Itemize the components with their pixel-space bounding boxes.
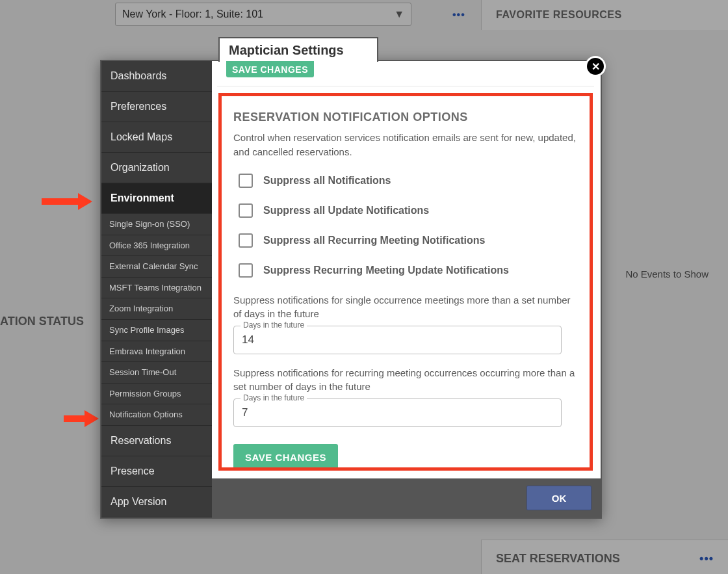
notification-options-panel: RESERVATION NOTIFICATION OPTIONS Control… bbox=[218, 93, 593, 471]
checkbox-label: Suppress all Recurring Meeting Notificat… bbox=[263, 235, 485, 246]
field-single-occurrence: Suppress notifications for single occurr… bbox=[233, 293, 578, 354]
annotation-arrow-environment bbox=[42, 193, 92, 210]
checkbox-row-suppress-recurring-update: Suppress Recurring Meeting Update Notifi… bbox=[239, 263, 578, 278]
checkbox-row-suppress-recurring: Suppress all Recurring Meeting Notificat… bbox=[239, 233, 578, 248]
sidebar-sub-msft-teams[interactable]: MSFT Teams Integration bbox=[101, 278, 212, 299]
sidebar-item-presence[interactable]: Presence bbox=[101, 456, 212, 487]
checkbox-suppress-all[interactable] bbox=[239, 174, 253, 188]
sidebar-item-dashboards[interactable]: Dashboards bbox=[101, 61, 212, 92]
save-changes-top-button[interactable]: SAVE CHANGES bbox=[226, 61, 314, 77]
sidebar-item-locked-maps[interactable]: Locked Maps bbox=[101, 122, 212, 153]
topbar-ellipsis-icon[interactable]: ••• bbox=[452, 9, 465, 21]
sidebar-sub-notification-options[interactable]: Notification Options bbox=[101, 404, 212, 426]
settings-sidebar: Dashboards Preferences Locked Maps Organ… bbox=[101, 61, 212, 517]
checkbox-label: Suppress all Notifications bbox=[263, 175, 391, 187]
sidebar-sub-external-calendar[interactable]: External Calendar Sync bbox=[101, 256, 212, 278]
checkbox-suppress-recurring-update[interactable] bbox=[239, 263, 253, 278]
modal-title-tab: Maptician Settings bbox=[218, 37, 378, 62]
field-legend: Days in the future bbox=[240, 393, 307, 402]
location-selector-text: New York - Floor: 1, Suite: 101 bbox=[122, 8, 263, 20]
seat-reservations-title: SEAT RESERVATIONS bbox=[496, 552, 620, 566]
ok-button[interactable]: OK bbox=[526, 486, 592, 510]
days-future-input-wrap: Days in the future bbox=[233, 326, 562, 354]
location-selector[interactable]: New York - Floor: 1, Suite: 101 ▼ bbox=[115, 3, 411, 26]
no-events-text: No Events to Show bbox=[625, 268, 708, 280]
checkbox-suppress-update[interactable] bbox=[239, 203, 253, 218]
sidebar-sub-permission-groups[interactable]: Permission Groups bbox=[101, 384, 212, 405]
sidebar-sub-office-365[interactable]: Office 365 Integration bbox=[101, 235, 212, 257]
sidebar-sub-sync-profile-images[interactable]: Sync Profile Images bbox=[101, 320, 212, 341]
sidebar-sub-session-timeout[interactable]: Session Time-Out bbox=[101, 362, 212, 384]
favorite-resources-title: FAVORITE RESOURCES bbox=[481, 0, 728, 30]
content-divider bbox=[217, 86, 594, 86]
sidebar-item-reservations[interactable]: Reservations bbox=[101, 426, 212, 456]
checkbox-label: Suppress all Update Notifications bbox=[263, 205, 429, 216]
seat-reservations-ellipsis-icon[interactable]: ••• bbox=[699, 552, 714, 566]
annotation-arrow-notification-options bbox=[64, 410, 99, 427]
topbar: New York - Floor: 1, Suite: 101 ▼ ••• FA… bbox=[0, 0, 728, 35]
seat-reservations-header: SEAT RESERVATIONS ••• bbox=[481, 540, 728, 574]
sidebar-sub-zoom[interactable]: Zoom Integration bbox=[101, 298, 212, 320]
close-button[interactable]: ✕ bbox=[585, 56, 606, 77]
checkbox-label: Suppress Recurring Meeting Update Notifi… bbox=[263, 265, 509, 276]
sidebar-item-app-version[interactable]: App Version bbox=[101, 487, 212, 517]
checkbox-suppress-recurring[interactable] bbox=[239, 233, 253, 248]
sidebar-item-organization[interactable]: Organization bbox=[101, 153, 212, 183]
sidebar-item-environment[interactable]: Environment bbox=[101, 183, 212, 214]
panel-description: Control when reservation services notifi… bbox=[233, 131, 578, 159]
checkbox-row-suppress-update: Suppress all Update Notifications bbox=[239, 203, 578, 218]
modal-title: Maptician Settings bbox=[229, 43, 344, 58]
chevron-down-icon: ▼ bbox=[394, 8, 404, 20]
sidebar-sub-sso[interactable]: Single Sign-on (SSO) bbox=[101, 214, 212, 235]
field-recurring-occurrence: Suppress notifications for recurring mee… bbox=[233, 366, 578, 427]
save-changes-button[interactable]: SAVE CHANGES bbox=[233, 444, 338, 471]
checkbox-row-suppress-all: Suppress all Notifications bbox=[239, 174, 578, 188]
occupation-status-title: ATION STATUS bbox=[0, 306, 110, 337]
field-description: Suppress notifications for recurring mee… bbox=[233, 366, 578, 393]
sidebar-sub-embrava[interactable]: Embrava Integration bbox=[101, 341, 212, 363]
panel-heading: RESERVATION NOTIFICATION OPTIONS bbox=[233, 111, 578, 124]
field-legend: Days in the future bbox=[240, 320, 307, 330]
close-icon: ✕ bbox=[592, 60, 600, 73]
field-description: Suppress notifications for single occurr… bbox=[233, 293, 578, 320]
settings-modal: Maptician Settings ✕ Dashboards Preferen… bbox=[100, 60, 602, 519]
days-future-input-wrap: Days in the future bbox=[233, 398, 562, 427]
modal-footer: OK bbox=[212, 478, 601, 517]
days-future-recurring-input[interactable] bbox=[234, 399, 561, 426]
sidebar-item-preferences[interactable]: Preferences bbox=[101, 92, 212, 122]
days-future-single-input[interactable] bbox=[234, 326, 561, 354]
